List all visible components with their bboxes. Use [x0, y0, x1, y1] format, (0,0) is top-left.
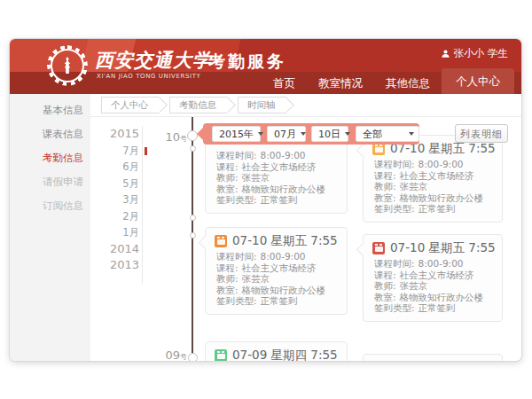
card-field-row: 课程时间:8:00-9:00	[215, 251, 338, 262]
field-label: 课程时间:	[374, 159, 415, 169]
field-value: 8:00-9:00	[261, 251, 306, 262]
field-value: 正常签到	[261, 194, 298, 205]
field-value: 社会主义市场经济	[242, 161, 317, 172]
user-info[interactable]: 张小小 学生	[441, 47, 509, 60]
field-label: 签到类型:	[374, 302, 415, 313]
field-label: 签到类型:	[374, 203, 415, 214]
timeline-line	[192, 117, 193, 361]
card-pointer	[356, 243, 371, 257]
field-label: 课程:	[374, 270, 396, 280]
sidebar-item-subscription-info[interactable]: 订阅信息	[10, 194, 90, 218]
field-value: 张芸京	[400, 280, 428, 291]
list-detail-button[interactable]: 列表明细	[455, 124, 508, 143]
card-field-row: 课程时间:8:00-9:00	[372, 258, 493, 270]
field-label: 签到类型:	[216, 295, 257, 306]
timeline-axis-item[interactable]: 7月	[98, 143, 139, 160]
timeline-axis-item[interactable]: 2014	[98, 241, 139, 258]
timeline-node	[190, 215, 196, 221]
university-name-cn: 西安交通大学	[95, 48, 212, 73]
field-value: 格物致知行政办公楼	[242, 184, 326, 194]
field-value: 正常签到	[419, 302, 456, 313]
day-select[interactable]: 10日	[311, 126, 348, 142]
breadcrumb-attendance-info[interactable]: 考勤信息	[169, 97, 227, 113]
field-value: 社会主义市场经济	[400, 270, 474, 280]
attendance-card: 07-09 星期四 7:55	[205, 341, 348, 361]
field-value: 张芸京	[242, 172, 270, 183]
card-field-row: 教师:张芸京	[215, 273, 338, 285]
current-month-marker	[145, 147, 147, 155]
sidebar: 基本信息课表信息考勤信息请假申请订阅信息	[10, 94, 90, 361]
nav-tab-home[interactable]: 首页	[262, 72, 307, 94]
card-field-row: 教师:张芸京	[372, 280, 493, 292]
field-value: 格物致知行政办公楼	[242, 285, 326, 295]
university-gear-emblem-icon	[47, 45, 88, 86]
field-label: 教室:	[216, 184, 239, 194]
timeline-axis-item[interactable]: 5月	[98, 176, 139, 192]
card-field-row: 教室:格物致知行政办公楼	[372, 292, 493, 303]
card-date-title: 07-10 星期五 7:55	[232, 233, 338, 249]
attendance-card-partial	[363, 354, 503, 361]
card-pointer	[356, 144, 371, 158]
app-header: 西安交通大学 XI'AN JIAO TONG UNIVERSITY 考勤服务 张…	[10, 39, 521, 94]
nav-tab-other-info[interactable]: 其他信息	[374, 72, 442, 94]
timeline-axis-item[interactable]: 1月	[98, 224, 139, 241]
year-select[interactable]: 2015年	[212, 126, 261, 142]
field-label: 课程:	[216, 161, 239, 172]
timeline-axis-item[interactable]: 6月	[98, 159, 139, 176]
day-marker-10: 10号	[157, 128, 187, 145]
breadcrumb-timeline[interactable]: 时间轴	[238, 97, 286, 113]
field-label: 教师:	[374, 280, 396, 291]
card-field-row: 课程时间:8:00-9:00	[215, 150, 338, 161]
nav-tab-personal-center[interactable]: 个人中心	[442, 68, 514, 94]
user-name: 张小小	[454, 47, 485, 60]
attendance-card: 07-10 星期五 7:55 课程时间:8:00-9:00课程:社会主义市场经济…	[363, 234, 503, 322]
card-date-title: 07-09 星期四 7:55	[232, 348, 338, 362]
sidebar-item-attendance-info[interactable]: 考勤信息	[10, 146, 90, 170]
top-nav: 首页教室情况其他信息个人中心	[262, 68, 514, 94]
field-value: 8:00-9:00	[419, 159, 464, 169]
caret-down-icon	[345, 132, 350, 136]
month-select[interactable]: 07月	[267, 126, 306, 142]
breadcrumb: 个人中心考勤信息时间轴	[90, 94, 521, 117]
field-value: 张芸京	[400, 181, 428, 192]
timeline-node	[187, 130, 198, 141]
sidebar-item-leave-request[interactable]: 请假申请	[10, 170, 90, 194]
nav-tab-classroom-status[interactable]: 教室情况	[307, 72, 374, 94]
attendance-card: 07-10 星期五 7:55 课程时间:8:00-9:00课程:社会主义市场经济…	[363, 135, 503, 223]
type-select[interactable]: 全部	[356, 126, 419, 142]
caret-down-icon	[409, 132, 414, 136]
field-label: 课程:	[216, 262, 239, 273]
field-value: 社会主义市场经济	[242, 262, 317, 273]
user-role: 学生	[488, 47, 508, 60]
card-field-row: 签到类型:正常签到	[372, 302, 493, 314]
field-label: 教师:	[374, 181, 396, 192]
person-icon	[441, 49, 450, 59]
timeline-axis-item[interactable]: 2013	[98, 257, 139, 274]
field-value: 格物致知行政办公楼	[400, 292, 484, 302]
card-field-row: 教师:张芸京	[215, 172, 338, 184]
timeline-axis: 20157月6月5月3月2月1月20142013	[98, 94, 139, 274]
card-date-title: 07-10 星期五 7:55	[390, 240, 496, 256]
timeline-node	[190, 232, 196, 239]
card-field-row: 课程:社会主义市场经济	[372, 170, 493, 182]
field-value: 正常签到	[261, 295, 298, 306]
sidebar-item-basic-info[interactable]: 基本信息	[10, 98, 90, 122]
sidebar-item-course-schedule[interactable]: 课表信息	[10, 122, 90, 146]
calendar-status-icon	[215, 235, 227, 247]
field-value: 正常签到	[419, 203, 456, 214]
day-marker-09: 09号	[157, 346, 187, 361]
crumb-chevron-icon	[151, 97, 168, 113]
calendar-status-icon	[215, 349, 227, 362]
axis-divider	[142, 126, 143, 284]
filter-bar-pointer	[197, 128, 209, 140]
field-value: 8:00-9:00	[419, 258, 464, 269]
field-label: 教师:	[216, 172, 239, 183]
field-label: 课程时间:	[374, 258, 415, 269]
field-value: 8:00-9:00	[261, 150, 306, 160]
timeline-axis-item[interactable]: 3月	[98, 192, 139, 208]
card-field-row: 教师:张芸京	[372, 181, 493, 192]
timeline-axis-item[interactable]: 2015	[98, 126, 139, 143]
timeline-axis-item[interactable]: 2月	[98, 208, 139, 225]
card-field-row: 教室:格物致知行政办公楼	[372, 192, 493, 204]
field-value: 张芸京	[242, 273, 270, 284]
